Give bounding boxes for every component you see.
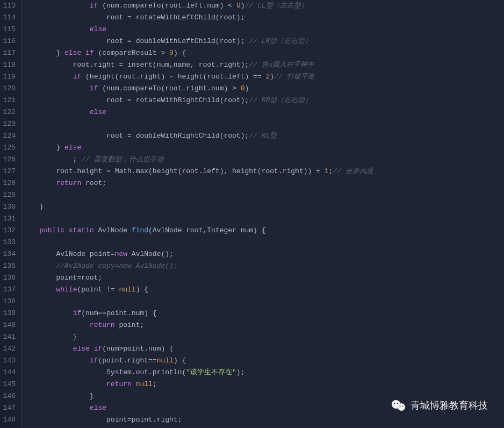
token-plain: root.right = insert(num,name, root.right… — [23, 61, 249, 69]
token-num: 1 — [325, 167, 329, 175]
code-line[interactable] — [21, 118, 504, 130]
code-line[interactable]: else if(num>point.num) { — [21, 343, 504, 355]
code-line[interactable]: root.height = Math.max(height(root.left)… — [21, 166, 504, 177]
token-cmt: // 重复数据，什么也不做 — [81, 155, 163, 163]
line-number: 145 — [3, 379, 16, 390]
code-line[interactable] — [21, 296, 504, 308]
code-line[interactable]: AvlNode point=new AvlNode(); — [21, 248, 504, 260]
token-kw: if — [90, 84, 98, 92]
line-number: 134 — [3, 248, 16, 260]
code-line[interactable]: if (num.compareTo(root.right.num) > 0) — [21, 83, 504, 95]
code-line[interactable]: System.out.println("该学生不存在"); — [21, 367, 504, 379]
token-kw: if — [90, 356, 98, 365]
token-plain: root = doubleWithLeftChild(root); — [23, 37, 249, 45]
token-plain: AvlNode(); — [127, 250, 174, 258]
code-line[interactable]: return point; — [21, 319, 504, 331]
line-number: 141 — [3, 331, 16, 343]
token-cmt: // 将x插入右子树中 — [249, 61, 314, 69]
code-line[interactable]: root.right = insert(num,name, root.right… — [21, 59, 504, 71]
token-kw: else — [90, 25, 106, 33]
code-line[interactable]: //AvlNode copy=new AvlNode(); — [21, 260, 504, 272]
token-plain: System.out.println( — [23, 368, 186, 376]
line-number: 124 — [3, 130, 16, 142]
token-kw: return — [90, 321, 115, 329]
token-plain: root = rotateWithLeftChild(root); — [23, 13, 244, 22]
token-num: 0 — [236, 2, 241, 10]
token-plain — [23, 84, 90, 92]
code-line[interactable]: if (num.compareTo(root.left.num) < 0)// … — [21, 0, 504, 12]
line-number: 139 — [3, 308, 16, 319]
token-plain: root = rotateWithRightChild(root); — [23, 96, 249, 104]
line-number: 121 — [3, 95, 16, 106]
token-plain — [23, 286, 56, 294]
code-line[interactable]: root = rotateWithLeftChild(root); — [21, 12, 504, 24]
token-kw: else — [64, 144, 81, 152]
line-number: 119 — [3, 71, 16, 83]
code-line[interactable]: return null; — [21, 379, 504, 390]
code-line[interactable]: if (height(root.right) - height(root.lef… — [21, 71, 504, 83]
code-line[interactable]: root = doubleWithRightChild(root);// RL型 — [21, 130, 504, 142]
token-cmt: // RL型 — [249, 132, 277, 140]
token-kw: if — [73, 73, 82, 81]
code-line[interactable]: else — [21, 24, 504, 35]
svg-point-3 — [397, 403, 398, 404]
line-number: 126 — [3, 154, 16, 166]
token-plain: } — [23, 203, 44, 211]
code-line[interactable]: } — [21, 201, 504, 213]
token-plain: ) { — [174, 356, 186, 365]
code-line[interactable]: root = rotateWithRightChild(root);// RR型… — [21, 95, 504, 106]
code-line[interactable]: while(point != null) { — [21, 284, 504, 296]
line-number: 130 — [3, 201, 16, 213]
token-plain — [23, 321, 90, 329]
code-line[interactable]: root = doubleWithLeftChild(root); // LR型… — [21, 35, 504, 47]
code-line[interactable]: } else — [21, 142, 504, 154]
token-plain: (AvlNode root,Integer num) { — [148, 226, 265, 234]
token-plain: (height(root.right) - height(root.left) … — [81, 73, 265, 81]
line-number: 138 — [3, 296, 16, 308]
token-plain — [23, 226, 39, 234]
code-line[interactable]: ; // 重复数据，什么也不做 — [21, 154, 504, 166]
code-line[interactable]: } else if (compareResult > 0) { — [21, 47, 504, 59]
line-number: 148 — [3, 414, 16, 426]
token-plain: (compareResult > — [94, 49, 169, 57]
token-kw: if — [73, 309, 82, 317]
token-plain — [23, 108, 90, 116]
line-number: 118 — [3, 59, 16, 71]
code-line[interactable]: point=point.right; — [21, 414, 504, 426]
code-line[interactable] — [21, 189, 504, 201]
code-line[interactable]: if(num==point.num) { — [21, 308, 504, 319]
code-line[interactable]: point=root; — [21, 272, 504, 284]
token-plain: (point.right== — [98, 356, 156, 365]
code-area[interactable]: if (num.compareTo(root.left.num) < 0)// … — [21, 0, 504, 428]
token-plain — [23, 179, 56, 187]
token-plain — [23, 356, 90, 365]
token-plain: (num>point.num) { — [102, 345, 174, 353]
code-line[interactable]: } — [21, 331, 504, 343]
token-plain: point; — [115, 321, 145, 329]
code-editor[interactable]: 1131141151161171181191201211221231241251… — [0, 0, 504, 428]
code-line[interactable]: if(point.right==null) { — [21, 355, 504, 367]
code-line[interactable]: else — [21, 106, 504, 118]
token-plain: ) — [241, 2, 245, 10]
token-func: find — [132, 226, 148, 234]
wechat-icon — [391, 399, 406, 412]
token-plain: point=point.right; — [23, 416, 182, 424]
code-line[interactable] — [21, 213, 504, 225]
token-plain: AvlNode point= — [23, 250, 115, 258]
token-kw: while — [56, 286, 77, 294]
token-plain — [23, 345, 73, 353]
line-number: 116 — [3, 35, 16, 47]
token-plain — [23, 25, 90, 33]
line-number: 143 — [3, 355, 16, 367]
code-line[interactable] — [21, 237, 504, 248]
token-plain: } — [23, 333, 77, 341]
token-plain — [132, 380, 136, 388]
line-number: 117 — [3, 47, 16, 59]
code-line[interactable]: return root; — [21, 177, 504, 189]
code-line[interactable]: public static AvlNode find(AvlNode root,… — [21, 225, 504, 237]
line-number: 129 — [3, 189, 16, 201]
token-null: null — [136, 380, 153, 388]
line-number: 127 — [3, 166, 16, 177]
token-cmt: // LR型（左右型） — [249, 37, 312, 45]
token-kw: return — [106, 380, 132, 388]
